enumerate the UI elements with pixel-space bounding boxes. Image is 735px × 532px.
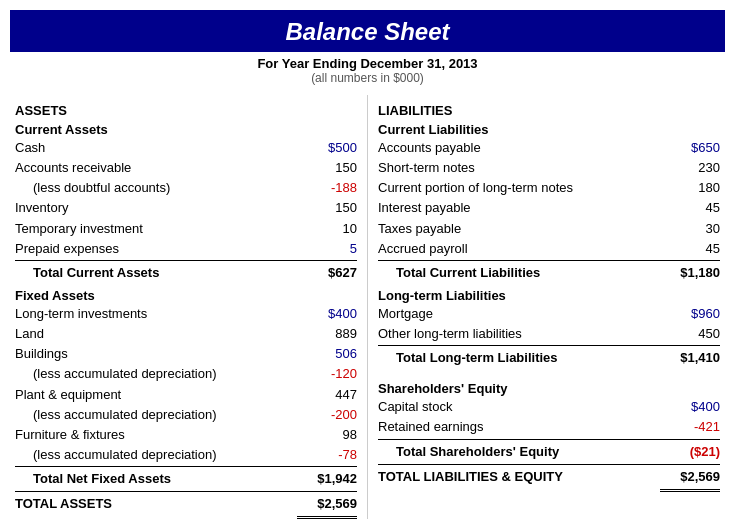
total-equity-row: Total Shareholders' Equity ($21) (378, 439, 720, 463)
list-item: Furniture & fixtures 98 (15, 425, 357, 445)
list-item: (less accumulated depreciation) -78 (15, 445, 357, 465)
main-content: ASSETS Current Assets Cash $500 Accounts… (0, 95, 735, 519)
list-item: Prepaid expenses 5 (15, 239, 357, 259)
total-value: ($21) (660, 441, 720, 463)
list-item: Accounts receivable 150 (15, 158, 357, 178)
item-label: Accounts receivable (15, 158, 297, 178)
item-label: Plant & equipment (15, 385, 297, 405)
item-label: Interest payable (378, 198, 660, 218)
item-value: -200 (297, 405, 357, 425)
total-fixed-assets-row: Total Net Fixed Assets $1,942 (15, 466, 357, 490)
list-item: Retained earnings -421 (378, 417, 720, 437)
item-label: Long-term investments (15, 304, 297, 324)
item-label: Prepaid expenses (15, 239, 297, 259)
item-value: $400 (297, 304, 357, 324)
liabilities-column: LIABILITIES Current Liabilities Accounts… (373, 95, 725, 519)
total-liabilities-value: $2,569 (660, 466, 720, 492)
list-item: Capital stock $400 (378, 397, 720, 417)
item-label: Furniture & fixtures (15, 425, 297, 445)
item-value: $650 (660, 138, 720, 158)
list-item: Buildings 506 (15, 344, 357, 364)
page-title: Balance Sheet (10, 18, 725, 46)
total-liabilities-label: TOTAL LIABILITIES & EQUITY (378, 466, 660, 492)
list-item: Accounts payable $650 (378, 138, 720, 158)
total-assets-value: $2,569 (297, 493, 357, 519)
item-value: 45 (660, 239, 720, 259)
item-value: 450 (660, 324, 720, 344)
list-item: Inventory 150 (15, 198, 357, 218)
item-value: 45 (660, 198, 720, 218)
item-value: 506 (297, 344, 357, 364)
list-item: Current portion of long-term notes 180 (378, 178, 720, 198)
total-label: Total Shareholders' Equity (378, 441, 660, 463)
list-item: Cash $500 (15, 138, 357, 158)
total-value: $1,180 (660, 262, 720, 284)
total-value: $627 (297, 262, 357, 284)
item-value: $500 (297, 138, 357, 158)
item-label: Mortgage (378, 304, 660, 324)
item-label: Taxes payable (378, 219, 660, 239)
item-value: 230 (660, 158, 720, 178)
item-label: Cash (15, 138, 297, 158)
list-item: Long-term investments $400 (15, 304, 357, 324)
fixed-assets-title: Fixed Assets (15, 288, 357, 303)
item-label: Retained earnings (378, 417, 660, 437)
item-label: Short-term notes (378, 158, 660, 178)
list-item: Plant & equipment 447 (15, 385, 357, 405)
assets-section-title: ASSETS (15, 103, 357, 118)
total-label: Total Net Fixed Assets (15, 468, 297, 490)
item-label: Other long-term liabilities (378, 324, 660, 344)
total-value: $1,410 (660, 347, 720, 369)
long-term-liabilities-title: Long-term Liabilities (378, 288, 720, 303)
item-label: (less accumulated depreciation) (33, 445, 297, 465)
list-item: (less accumulated depreciation) -200 (15, 405, 357, 425)
item-label: (less accumulated depreciation) (33, 405, 297, 425)
equity-title: Shareholders' Equity (378, 381, 720, 396)
item-value: -421 (660, 417, 720, 437)
item-label: Accounts payable (378, 138, 660, 158)
item-value: -188 (297, 178, 357, 198)
list-item: Accrued payroll 45 (378, 239, 720, 259)
item-value: 150 (297, 158, 357, 178)
item-value: 5 (297, 239, 357, 259)
item-label: Accrued payroll (378, 239, 660, 259)
item-label: Temporary investment (15, 219, 297, 239)
total-current-assets-row: Total Current Assets $627 (15, 260, 357, 284)
item-value: -120 (297, 364, 357, 384)
list-item: Other long-term liabilities 450 (378, 324, 720, 344)
item-value: 180 (660, 178, 720, 198)
spacer (378, 369, 720, 377)
total-label: Total Current Assets (15, 262, 297, 284)
liabilities-section-title: LIABILITIES (378, 103, 720, 118)
total-assets-label: TOTAL ASSETS (15, 493, 297, 519)
item-value: 889 (297, 324, 357, 344)
item-value: 30 (660, 219, 720, 239)
item-label: Current portion of long-term notes (378, 178, 660, 198)
list-item: Taxes payable 30 (378, 219, 720, 239)
list-item: Mortgage $960 (378, 304, 720, 324)
item-value: $400 (660, 397, 720, 417)
total-liabilities-equity-row: TOTAL LIABILITIES & EQUITY $2,569 (378, 464, 720, 492)
total-label: Total Long-term Liabilities (378, 347, 660, 369)
item-label: Buildings (15, 344, 297, 364)
list-item: Short-term notes 230 (378, 158, 720, 178)
item-value: $960 (660, 304, 720, 324)
current-liabilities-title: Current Liabilities (378, 122, 720, 137)
subtitle: For Year Ending December 31, 2013 (0, 56, 735, 71)
total-label: Total Current Liabilities (378, 262, 660, 284)
item-label: (less doubtful accounts) (33, 178, 297, 198)
total-assets-row: TOTAL ASSETS $2,569 (15, 491, 357, 519)
item-label: Inventory (15, 198, 297, 218)
header: Balance Sheet For Year Ending December 3… (0, 10, 735, 85)
list-item: (less accumulated depreciation) -120 (15, 364, 357, 384)
column-divider (367, 95, 368, 519)
list-item: Interest payable 45 (378, 198, 720, 218)
subtitle2: (all numbers in $000) (0, 71, 735, 85)
item-value: -78 (297, 445, 357, 465)
item-value: 98 (297, 425, 357, 445)
current-assets-title: Current Assets (15, 122, 357, 137)
list-item: (less doubtful accounts) -188 (15, 178, 357, 198)
item-label: (less accumulated depreciation) (33, 364, 297, 384)
item-value: 447 (297, 385, 357, 405)
total-current-liabilities-row: Total Current Liabilities $1,180 (378, 260, 720, 284)
